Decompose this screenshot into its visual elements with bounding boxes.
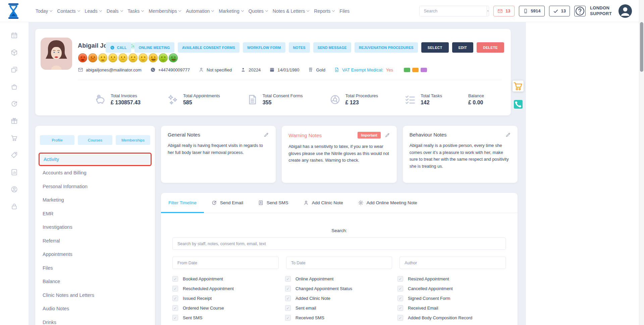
page-scrollbar[interactable] [639,0,644,325]
checkbox[interactable] [172,315,178,321]
filter-checkbox-row[interactable]: Signed Consent Form [397,295,506,301]
package-icon[interactable] [10,49,18,56]
edit-note-button[interactable] [385,132,390,138]
user-clock-icon[interactable] [10,185,18,193]
profile-action-button[interactable]: WORKFLOW FORM [243,42,285,53]
checkbox[interactable] [285,276,291,282]
mood-face-icon[interactable] [128,53,138,62]
section-menu-item[interactable]: Files [39,261,152,275]
lock-icon[interactable] [10,203,18,210]
timeline-filter-input[interactable] [172,257,279,269]
mood-face-icon[interactable] [118,53,127,62]
profile-action-button[interactable]: AVAILABLE CONSENT FORMS [178,42,239,53]
filter-checkbox-row[interactable]: Resized Appointment [397,276,506,282]
profile-action-button[interactable]: REJUVENATION PROCEDURES [355,42,418,53]
mood-face-icon[interactable] [159,53,168,62]
section-menu-item[interactable]: Investigations [39,220,152,234]
copy-icon[interactable] [10,66,18,73]
timeline-tab[interactable]: Send SMS [251,193,296,213]
record-action-button[interactable]: EDIT [452,42,474,53]
calendar-icon[interactable]: 12 [10,32,18,39]
nav-item[interactable]: Notes & Letters [273,8,309,14]
section-menu-item[interactable]: Marketing [39,193,152,207]
filter-checkbox-row[interactable]: Issued Receipt [172,295,285,301]
checkbox[interactable] [172,305,178,311]
checkbox[interactable] [397,286,403,291]
filter-checkbox-row[interactable]: Online Appointment [285,276,397,282]
mood-face-icon[interactable] [78,53,87,62]
mood-face-icon[interactable] [139,53,148,62]
checkbox[interactable] [397,305,403,311]
mood-face-icon[interactable] [169,53,178,62]
section-menu-item[interactable]: Personal Information [39,180,152,194]
search-input[interactable] [420,6,487,16]
chart-icon[interactable] [10,168,18,176]
section-menu-item[interactable]: Clinic Notes and Letters [39,288,152,302]
customer-photo[interactable] [41,38,72,70]
tag-icon[interactable] [10,151,18,159]
basket-icon[interactable] [10,83,18,91]
user-avatar[interactable] [619,4,632,18]
mood-face-icon[interactable] [88,53,97,62]
timeline-tab[interactable]: Add Clinic Note [296,193,351,213]
nav-item[interactable]: Leads [85,8,102,14]
help-button[interactable] [574,6,586,16]
profile-action-button[interactable]: SEND MESSAGE [313,42,351,53]
timeline-filter-input[interactable] [286,257,392,269]
floating-phone-button[interactable] [514,100,523,109]
filter-checkbox-row[interactable]: Sent SMS [172,315,285,321]
mood-face-icon[interactable] [149,53,158,62]
timeline-tab[interactable]: Filter Timeline [161,193,204,213]
filter-checkbox-row[interactable]: Sent email [285,305,397,311]
profile-action-button[interactable]: ONLINE MEETING [135,42,174,53]
nav-item[interactable]: Today [36,8,52,14]
timeline-filter-input[interactable] [399,257,506,269]
section-menu-item[interactable]: Drinks [39,316,152,325]
nav-item[interactable]: Tasks [128,8,144,14]
panel-tab[interactable]: Profile [40,135,74,145]
filter-checkbox-row[interactable]: Received SMS [285,315,397,321]
nav-item[interactable]: Contacts [57,8,79,14]
timeline-tab[interactable]: Add Online Meeting Note [351,193,425,213]
section-menu-item[interactable]: Appointments [39,248,152,261]
filter-checkbox-row[interactable]: Received Email [397,305,506,311]
sms-notifications-badge[interactable]: 5914 [519,6,545,16]
nav-item[interactable]: Reports [314,8,334,14]
record-action-button[interactable]: SELECT [421,42,449,53]
filter-checkbox-row[interactable]: Ordered New Course [172,305,285,311]
floating-cart-button[interactable] [513,80,524,92]
edit-note-button[interactable] [505,132,511,138]
timeline-tab[interactable]: Send Email [204,193,251,213]
checkbox[interactable] [397,295,403,301]
nav-item[interactable]: Files [339,8,350,14]
mail-notifications-badge[interactable]: 13 [493,6,514,16]
nav-item[interactable]: Automation [186,8,214,14]
nav-item[interactable]: Marketing [219,8,243,14]
section-menu-item[interactable]: Referral [39,234,152,248]
filter-checkbox-row[interactable]: Added Body Composition Record [397,315,506,321]
checkbox[interactable] [397,276,403,282]
cart-icon[interactable] [10,134,18,142]
section-menu-item[interactable]: EMR [39,207,152,221]
scrollbar-thumb[interactable] [640,22,643,72]
section-menu-item[interactable]: Balance [39,275,152,288]
panel-tab[interactable]: Memberships [116,135,150,145]
section-menu-item[interactable]: Audio Notes [39,302,152,316]
app-logo hourglass-icon[interactable] [7,3,20,19]
mood-face-icon[interactable] [98,53,107,62]
filter-checkbox-row[interactable]: Rescheduled Appointment [172,286,285,291]
checkbox[interactable] [285,315,291,321]
gift-icon[interactable] [10,117,18,125]
timeline-search-input[interactable] [172,237,506,250]
panel-tab[interactable]: Courses [78,135,112,145]
search-button[interactable] [487,6,489,16]
section-menu-item[interactable]: Accounts and Billing [39,166,152,180]
filter-checkbox-row[interactable]: Added Clinic Note [285,295,397,301]
checkbox[interactable] [172,276,178,282]
checkbox[interactable] [285,305,291,311]
history-icon[interactable] [10,100,18,108]
profile-action-button[interactable]: NOTES [289,42,310,53]
tasks-badge[interactable]: 13 [549,6,570,16]
filter-checkbox-row[interactable]: Booked Appointment [172,276,285,282]
filter-checkbox-row[interactable]: Changed Appointment Status [285,286,397,291]
